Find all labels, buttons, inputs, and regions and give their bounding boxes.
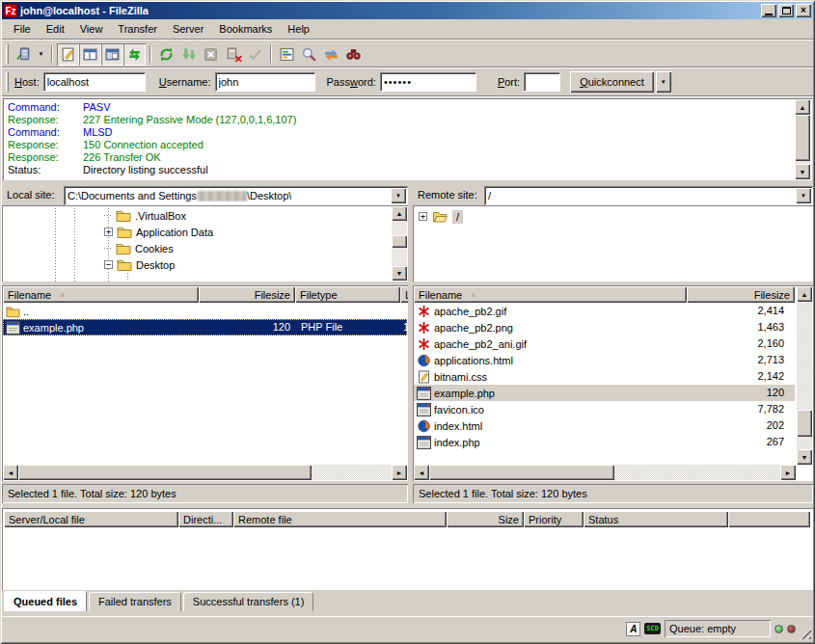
menu-help[interactable]: Help — [280, 21, 317, 37]
scroll-right-icon[interactable]: ► — [780, 465, 796, 480]
remote-site-combo[interactable]: / ▼ — [484, 186, 813, 205]
local-col-filesize[interactable]: Filesize — [199, 286, 295, 303]
menu-edit[interactable]: Edit — [39, 21, 72, 37]
remote-row-selected[interactable]: example.php 120 — [414, 385, 795, 401]
log-scrollbar-thumb[interactable] — [795, 115, 810, 161]
remote-hscrollbar-thumb[interactable] — [429, 465, 614, 480]
remote-vscrollbar-thumb[interactable] — [797, 410, 812, 437]
scroll-up-icon[interactable]: ▲ — [392, 206, 407, 221]
process-queue-button[interactable] — [177, 43, 200, 66]
scd-indicator-icon[interactable]: SCD — [644, 623, 661, 634]
remote-row[interactable]: apache_pb2.gif 2,414 — [414, 303, 795, 319]
menu-server[interactable]: Server — [165, 21, 211, 37]
compare-directories-button[interactable] — [298, 43, 320, 66]
remote-site-dropdown[interactable]: ▼ — [796, 188, 811, 203]
menu-bookmarks[interactable]: Bookmarks — [211, 21, 280, 37]
local-tree-scrollbar-thumb[interactable] — [392, 235, 407, 248]
quickconnect-button[interactable]: Quickconnect — [570, 71, 654, 93]
local-col-filename[interactable]: Filename▲ — [3, 286, 199, 303]
port-input[interactable] — [524, 72, 560, 92]
menu-transfer[interactable]: Transfer — [110, 21, 165, 37]
cancel-button[interactable] — [200, 43, 222, 66]
scroll-right-icon[interactable]: ► — [392, 465, 407, 480]
maximize-button[interactable] — [778, 4, 794, 17]
site-manager-button[interactable] — [13, 43, 35, 66]
local-site-dropdown[interactable]: ▼ — [391, 188, 406, 203]
local-tree[interactable]: .VirtualBox + Application Data Cookies −… — [2, 205, 408, 282]
message-log[interactable]: Command:PASV Response:227 Entering Passi… — [3, 98, 812, 180]
reconnect-button[interactable] — [244, 43, 266, 66]
scroll-left-icon[interactable]: ◄ — [3, 465, 18, 480]
scroll-down-icon[interactable]: ▼ — [795, 164, 810, 179]
local-col-filetype[interactable]: Filetype — [295, 286, 400, 303]
queue-col-server-local-file[interactable]: Server/Local file — [4, 511, 178, 527]
tab-failed-transfers[interactable]: Failed transfers — [89, 592, 181, 611]
menu-view[interactable]: View — [72, 21, 111, 37]
remote-tree[interactable]: + / — [413, 205, 813, 282]
disconnect-button[interactable]: ✕ — [222, 43, 244, 66]
toggle-local-tree-button[interactable] — [79, 43, 101, 66]
password-input[interactable] — [380, 72, 476, 92]
filezilla-app-icon[interactable]: Fz — [4, 4, 17, 17]
minimize-button[interactable] — [761, 4, 776, 17]
remote-hscrollbar[interactable]: ◄ ► — [414, 465, 796, 480]
remote-row[interactable]: applications.html 2,713 — [414, 352, 795, 368]
menu-file[interactable]: File — [6, 21, 39, 37]
title-bar[interactable]: Fz john@localhost - FileZilla × — [2, 2, 813, 19]
local-col-lastmodified[interactable]: L — [400, 286, 408, 303]
username-input[interactable] — [215, 72, 315, 92]
local-row-example-php[interactable]: example.php 120 PHP File 1 — [3, 319, 407, 335]
remote-vscrollbar[interactable]: ▲ ▼ — [797, 286, 812, 465]
log-scrollbar[interactable]: ▲ ▼ — [795, 99, 810, 179]
remote-col-filesize[interactable]: Filesize — [687, 286, 795, 303]
scroll-down-icon[interactable]: ▼ — [797, 449, 812, 465]
tab-queued-files[interactable]: Queued files — [4, 591, 87, 611]
toggle-queue-button[interactable] — [123, 43, 146, 66]
local-row-updir[interactable]: .. — [3, 303, 407, 319]
remote-row[interactable]: apache_pb2.png 1,463 — [414, 319, 795, 335]
quickconnect-dropdown[interactable]: ▼ — [656, 71, 671, 93]
pane-splitter[interactable] — [408, 185, 413, 503]
local-tree-scrollbar[interactable]: ▲ ▼ — [392, 206, 407, 281]
remote-row[interactable]: bitnami.css 2,142 — [414, 368, 795, 385]
tab-successful-transfers[interactable]: Successful transfers (1) — [183, 592, 314, 611]
filter-button[interactable] — [276, 43, 298, 66]
tree-item-desktop[interactable]: − Desktop — [104, 256, 175, 273]
scroll-up-icon[interactable]: ▲ — [795, 99, 810, 115]
find-files-button[interactable] — [342, 43, 365, 66]
quickconnect-grip[interactable] — [6, 72, 9, 92]
scroll-down-icon[interactable]: ▼ — [392, 266, 407, 281]
data-type-indicator-icon[interactable]: A — [626, 622, 640, 636]
tree-item-virtualbox[interactable]: .VirtualBox — [104, 207, 186, 224]
queue-col-direction[interactable]: Directi... — [178, 511, 233, 527]
local-file-list[interactable]: Filename▲ Filesize Filetype L .. example… — [2, 285, 408, 481]
remote-row[interactable]: favicon.ico 7,782 — [414, 401, 795, 417]
local-hscrollbar-thumb[interactable] — [18, 465, 312, 480]
tree-expander-minus[interactable]: − — [104, 260, 113, 269]
local-hscrollbar[interactable]: ◄ ► — [3, 465, 407, 480]
remote-col-filename[interactable]: Filename▲ — [414, 286, 687, 303]
queue-col-size[interactable]: Size — [447, 511, 524, 527]
scroll-up-icon[interactable]: ▲ — [797, 286, 812, 302]
toggle-remote-tree-button[interactable] — [101, 43, 123, 66]
remote-row[interactable]: apache_pb2_ani.gif 2,160 — [414, 335, 795, 352]
close-button[interactable]: × — [796, 4, 811, 17]
refresh-button[interactable] — [155, 43, 177, 66]
queue-col-status[interactable]: Status — [584, 511, 728, 527]
resize-grip[interactable] — [799, 627, 811, 639]
site-manager-dropdown[interactable]: ▼ — [35, 43, 47, 66]
local-site-combo[interactable]: C:\Documents and Settings\Desktop\ ▼ — [64, 186, 408, 205]
tree-item-application-data[interactable]: + Application Data — [104, 224, 213, 240]
toggle-message-log-button[interactable] — [57, 43, 79, 66]
scroll-left-icon[interactable]: ◄ — [414, 465, 429, 480]
queue-col-remote-file[interactable]: Remote file — [233, 511, 447, 527]
synchronized-browsing-button[interactable] — [320, 43, 342, 66]
remote-file-list[interactable]: Filename▲ Filesize apache_pb2.gif 2,414 … — [413, 285, 813, 481]
tree-item-cookies[interactable]: Cookies — [104, 240, 174, 256]
tree-expander-plus[interactable]: + — [419, 212, 427, 221]
toolbar-grip[interactable] — [6, 44, 9, 64]
tree-expander-plus[interactable]: + — [104, 228, 113, 236]
remote-row[interactable]: index.php 267 — [414, 434, 795, 450]
remote-row[interactable]: index.html 202 — [414, 417, 795, 434]
transfer-queue[interactable]: Server/Local file Directi... Remote file… — [2, 508, 813, 590]
